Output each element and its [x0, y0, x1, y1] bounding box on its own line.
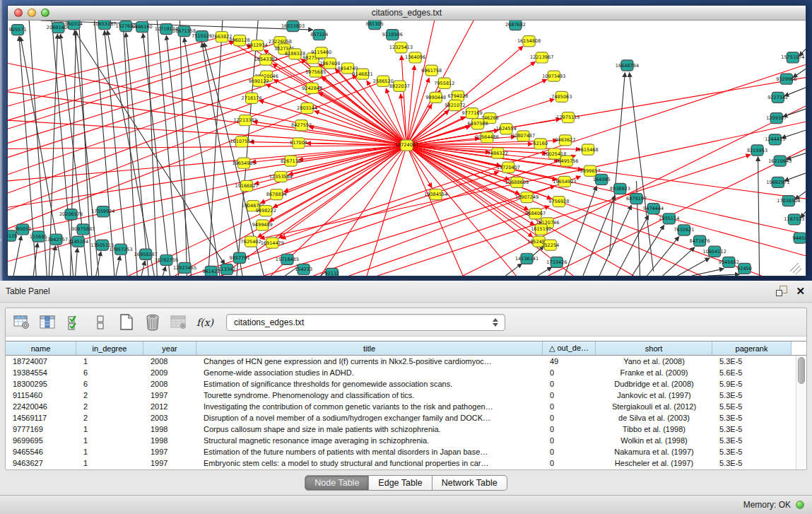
cell-short[interactable]: Tibbo et al. (1998): [596, 424, 712, 435]
cell-year[interactable]: 2008: [143, 378, 196, 390]
cell-name[interactable]: 18724007: [6, 356, 76, 367]
select-columns-button[interactable]: [65, 313, 83, 332]
cell-title[interactable]: Estimation of the future numbers of pati…: [196, 446, 543, 457]
table-row[interactable]: 911546021997Tourette syndrome. Phenomeno…: [6, 390, 796, 401]
cell-in_degree[interactable]: 1: [76, 424, 143, 435]
cell-title[interactable]: Estimation of significance thresholds fo…: [196, 378, 543, 390]
cell-out_degree[interactable]: 0: [543, 435, 596, 446]
tab-edge-table[interactable]: Edge Table: [369, 475, 432, 491]
cell-pagerank[interactable]: 5.3E-5: [712, 412, 792, 424]
cell-year[interactable]: 1997: [143, 457, 196, 469]
cell-short[interactable]: Yano et al. (2008): [596, 356, 712, 367]
memory-indicator[interactable]: [796, 501, 804, 509]
cell-in_degree[interactable]: 1: [76, 446, 143, 457]
column-header-year[interactable]: year: [143, 341, 196, 355]
cell-pagerank[interactable]: 5.5E-5: [712, 401, 792, 412]
column-header-title[interactable]: title: [196, 341, 543, 355]
table-row[interactable]: 969969511998Structural magnetic resonanc…: [6, 435, 796, 446]
cell-year[interactable]: 2008: [143, 356, 196, 367]
network-window-titlebar[interactable]: citations_edges.txt: [8, 6, 806, 21]
cell-name[interactable]: 9777169: [6, 424, 76, 435]
cell-pagerank[interactable]: 5.3E-5: [712, 390, 792, 401]
table-row[interactable]: 1938455462009Genome-wide association stu…: [6, 367, 796, 378]
cell-year[interactable]: 2012: [143, 401, 196, 412]
cell-out_degree[interactable]: 0: [543, 401, 596, 412]
tab-node-table[interactable]: Node Table: [305, 475, 369, 491]
cell-short[interactable]: Stergiakouli et al. (2012): [596, 401, 712, 412]
close-panel-icon[interactable]: ✕: [796, 286, 805, 296]
cell-in_degree[interactable]: 6: [76, 367, 143, 378]
table-row[interactable]: 1830029562008Estimation of significance …: [6, 378, 796, 390]
cell-in_degree[interactable]: 2: [76, 412, 143, 424]
cell-title[interactable]: Structural magnetic resonance image aver…: [196, 435, 543, 446]
column-header-pagerank[interactable]: pagerank: [712, 341, 792, 355]
cell-pagerank[interactable]: 5.3E-5: [712, 457, 792, 469]
cell-in_degree[interactable]: 2: [76, 401, 143, 412]
table-selector[interactable]: citations_edges.txt: [226, 314, 505, 331]
cell-title[interactable]: Investigating the contribution of common…: [196, 401, 543, 412]
cell-pagerank[interactable]: 5.3E-5: [712, 424, 792, 435]
new-table-button[interactable]: [117, 313, 136, 332]
delete-table-button[interactable]: [143, 313, 162, 332]
table-row[interactable]: 1872400712008Changes of HCN gene express…: [6, 356, 796, 367]
cell-name[interactable]: 9463627: [6, 457, 76, 469]
cell-name[interactable]: 9115460: [6, 390, 76, 401]
cell-pagerank[interactable]: 5.3E-5: [712, 446, 792, 457]
cell-pagerank[interactable]: 5.3E-5: [712, 356, 792, 367]
cell-name[interactable]: 14569117: [6, 412, 76, 424]
cell-pagerank[interactable]: 5.3E-5: [712, 435, 792, 446]
cell-short[interactable]: Hescheler et al. (1997): [596, 457, 712, 469]
cell-pagerank[interactable]: 5.6E-5: [712, 367, 792, 378]
cell-name[interactable]: 19384554: [6, 367, 76, 378]
table-settings-button[interactable]: [13, 313, 31, 332]
cell-out_degree[interactable]: 0: [543, 412, 596, 424]
cell-short[interactable]: Dudbridge et al. (2008): [596, 378, 712, 390]
table-row[interactable]: 1456911722003Disruption of a novel membe…: [6, 412, 796, 424]
cell-short[interactable]: de Silva et al. (2003): [596, 412, 712, 424]
cell-in_degree[interactable]: 2: [76, 390, 143, 401]
cell-short[interactable]: Jankovic et al. (1997): [596, 390, 712, 401]
cell-in_degree[interactable]: 1: [76, 457, 143, 469]
cell-out_degree[interactable]: 0: [543, 367, 596, 378]
cell-out_degree[interactable]: 0: [543, 457, 596, 469]
cell-short[interactable]: Wolkin et al. (1998): [596, 435, 712, 446]
cell-year[interactable]: 1998: [143, 435, 196, 446]
cell-out_degree[interactable]: 0: [543, 424, 596, 435]
cell-title[interactable]: Corpus callosum shape and size in male p…: [196, 424, 543, 435]
scrollbar-thumb[interactable]: [798, 357, 805, 384]
cell-name[interactable]: 9699695: [6, 435, 76, 446]
cell-title[interactable]: Changes of HCN gene expression and I(f) …: [196, 356, 543, 367]
cell-in_degree[interactable]: 6: [76, 378, 143, 390]
cell-short[interactable]: Franke et al. (2009): [596, 367, 712, 378]
float-panel-icon[interactable]: [776, 286, 787, 296]
cell-pagerank[interactable]: 5.9E-5: [712, 378, 792, 390]
table-row[interactable]: 2242004622012Investigating the contribut…: [6, 401, 796, 412]
cell-out_degree[interactable]: 49: [543, 356, 596, 367]
citation-graph[interactable]: 2718176122133831610755419654985191668271…: [8, 21, 806, 276]
column-header-in_degree[interactable]: in_degree: [76, 341, 143, 355]
column-header-name[interactable]: name: [6, 341, 76, 355]
cell-name[interactable]: 22420046: [6, 401, 76, 412]
column-header-out_degree[interactable]: △ out_de…: [543, 341, 596, 355]
cell-out_degree[interactable]: 0: [543, 390, 596, 401]
delete-column-button-disabled[interactable]: [170, 313, 188, 332]
cell-title[interactable]: Genome-wide association studies in ADHD.: [196, 367, 543, 378]
cell-title[interactable]: Embryonic stem cells: a model to study s…: [196, 457, 543, 469]
table-row[interactable]: 977716911998Corpus callosum shape and si…: [6, 424, 796, 435]
tab-network-table[interactable]: Network Table: [433, 475, 507, 491]
cell-in_degree[interactable]: 1: [76, 356, 143, 367]
cell-title[interactable]: Tourette syndrome. Phenomenology and cla…: [196, 390, 543, 401]
column-header-short[interactable]: short: [596, 341, 712, 355]
cell-title[interactable]: Disruption of a novel member of a sodium…: [196, 412, 543, 424]
cell-out_degree[interactable]: 0: [543, 446, 596, 457]
unselect-rows-button[interactable]: [91, 313, 110, 332]
table-scrollbar[interactable]: [796, 356, 806, 469]
cell-year[interactable]: 1998: [143, 424, 196, 435]
cell-year[interactable]: 1997: [143, 446, 196, 457]
cell-in_degree[interactable]: 1: [76, 435, 143, 446]
cell-year[interactable]: 2003: [143, 412, 196, 424]
cell-year[interactable]: 1997: [143, 390, 196, 401]
cell-year[interactable]: 2009: [143, 367, 196, 378]
function-builder-button[interactable]: f(x): [196, 313, 214, 332]
cell-short[interactable]: Nakamura et al. (1997): [596, 446, 712, 457]
